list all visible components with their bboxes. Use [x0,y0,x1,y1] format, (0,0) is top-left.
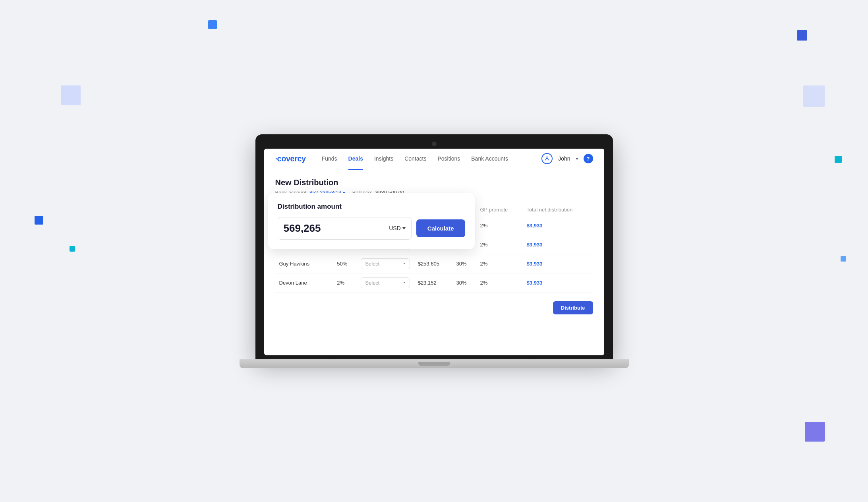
distribution-card-row: 569,265 USD Calculate [278,217,465,240]
dropdown-arrow-icon [403,263,406,264]
user-name[interactable]: John [558,155,570,162]
laptop-base [240,359,629,368]
screen-notch [432,141,437,146]
select-label: Select [365,261,379,267]
row-net: $3,933 [523,235,593,254]
row-amount: $23,152 [414,273,452,292]
table-row: Devon Lane 2% Select $23,152 30% [275,273,593,292]
nav-insights[interactable]: Insights [374,154,393,163]
row-promote: 2% [476,216,522,235]
row-net: $3,933 [523,216,593,235]
nav-funds[interactable]: Funds [322,154,337,163]
deco-square-1 [208,20,217,29]
deco-square-5 [835,156,842,163]
user-avatar [541,153,553,164]
select-cell: Select [357,254,414,273]
nav-right: John ▾ ? [541,153,593,164]
chevron-down-icon: ▾ [576,157,578,161]
row-promote: 2% [476,235,522,254]
nav-bar: ·covercy Funds Deals Insights Contacts P… [264,149,604,169]
laptop-wrapper: ·covercy Funds Deals Insights Contacts P… [251,134,617,368]
deco-square-4 [803,85,825,107]
deco-square-9 [805,422,825,442]
col-promote: GP promote [476,204,522,216]
investor-name: Guy Hawkins [275,254,333,273]
select-dropdown[interactable]: Select [361,277,410,288]
row-net: $3,933 [523,273,593,292]
help-button[interactable]: ? [584,154,593,163]
row-net: $3,933 [523,254,593,273]
calculate-button[interactable]: Calculate [416,219,465,237]
deco-square-6 [35,216,43,225]
investor-percent: 50% [333,254,357,273]
svg-point-0 [546,157,548,159]
col-net: Total net distribution [523,204,593,216]
deco-square-3 [61,85,81,105]
laptop-inner: ·covercy Funds Deals Insights Contacts P… [264,149,604,355]
currency-select[interactable]: USD [389,225,406,231]
row-gp: 30% [452,254,476,273]
deco-square-7 [841,256,846,262]
main-content: New Distribution Bank account 852-23958/… [264,169,604,327]
amount-value: 569,265 [284,222,389,235]
distribute-button[interactable]: Distribute [553,301,593,314]
row-amount: $253,605 [414,254,452,273]
currency-dropdown-icon [402,227,406,229]
dropdown-arrow-icon [403,282,406,283]
investor-percent: 2% [333,273,357,292]
row-promote: 2% [476,254,522,273]
nav-contacts[interactable]: Contacts [404,154,426,163]
select-label: Select [365,280,379,286]
page-title: New Distribution [275,178,593,187]
select-dropdown[interactable]: Select [361,258,410,269]
laptop-screen: ·covercy Funds Deals Insights Contacts P… [255,134,613,359]
nav-deals[interactable]: Deals [348,154,363,163]
logo: ·covercy [275,154,306,163]
select-cell: Select [357,273,414,292]
nav-bank-accounts[interactable]: Bank Accounts [471,154,508,163]
investor-name: Devon Lane [275,273,333,292]
deco-square-2 [797,30,807,41]
table-row: Guy Hawkins 50% Select $253,605 30% [275,254,593,273]
amount-input-wrap[interactable]: 569,265 USD [278,217,412,240]
row-promote: 2% [476,273,522,292]
currency-label: USD [389,225,401,231]
row-gp: 30% [452,273,476,292]
nav-positions[interactable]: Positions [437,154,460,163]
distribution-card-title: Distribution amount [278,203,465,211]
nav-links: Funds Deals Insights Contacts Positions … [322,154,541,163]
deco-square-8 [70,246,75,252]
distribution-card: Distribution amount 569,265 USD Calculat… [268,193,475,249]
